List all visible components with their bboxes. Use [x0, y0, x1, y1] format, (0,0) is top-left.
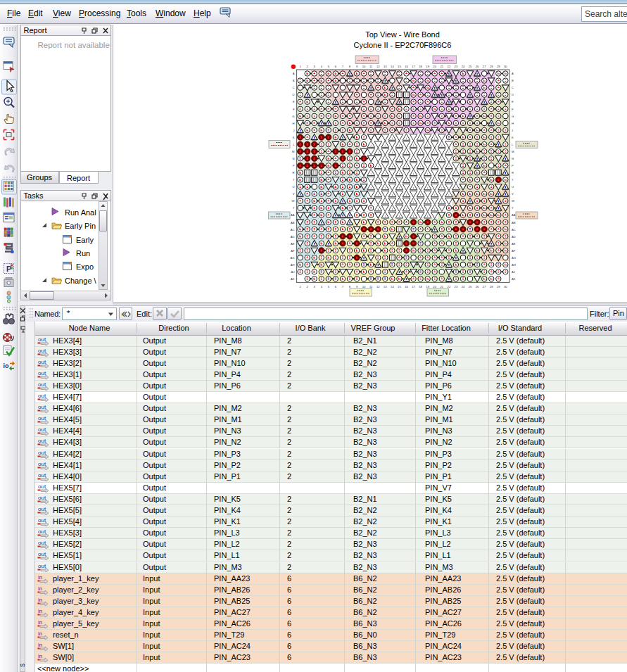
svg-text:in: in — [38, 630, 42, 637]
svg-text:V: V — [293, 192, 295, 196]
svg-text:out: out — [38, 370, 46, 376]
svg-text:25: 25 — [469, 285, 472, 289]
svg-text:AK: AK — [291, 277, 295, 281]
svg-text:30: 30 — [504, 285, 507, 289]
svg-text:out: out — [38, 517, 46, 524]
svg-text:AB: AB — [512, 221, 516, 224]
svg-text:AF: AF — [291, 249, 295, 253]
svg-text:16: 16 — [405, 65, 408, 68]
svg-text:1: 1 — [299, 65, 301, 68]
svg-text:4: 4 — [321, 285, 323, 289]
svg-text:out: out — [38, 506, 46, 512]
svg-text:3: 3 — [314, 65, 316, 68]
svg-text:18: 18 — [419, 285, 422, 289]
svg-text:12: 12 — [376, 285, 380, 289]
svg-text:P: P — [512, 164, 514, 167]
svg-text:C: C — [512, 86, 514, 89]
svg-text:H: H — [512, 122, 514, 125]
svg-text:27: 27 — [483, 65, 486, 68]
svg-text:AH: AH — [291, 263, 295, 267]
svg-text:M: M — [292, 150, 295, 153]
svg-text:6: 6 — [335, 65, 337, 68]
svg-text:26: 26 — [476, 65, 479, 68]
svg-text:18: 18 — [419, 65, 422, 68]
svg-text:9: 9 — [356, 285, 358, 289]
svg-text:11: 11 — [369, 285, 373, 289]
svg-text:2: 2 — [307, 285, 309, 289]
svg-text:1: 1 — [299, 285, 301, 289]
svg-text:12: 12 — [376, 65, 380, 68]
svg-text:E: E — [512, 100, 514, 103]
svg-text:A: A — [293, 72, 295, 75]
svg-text:F: F — [293, 108, 295, 111]
svg-text:out: out — [38, 426, 46, 433]
svg-text:out: out — [38, 348, 46, 354]
svg-text:G: G — [512, 115, 514, 118]
svg-text:AC: AC — [291, 228, 295, 232]
svg-text:5: 5 — [328, 285, 330, 289]
svg-text:H: H — [292, 122, 294, 125]
svg-text:io: io — [4, 362, 10, 369]
svg-text:out: out — [38, 483, 46, 490]
svg-text:15: 15 — [398, 285, 401, 289]
svg-text:L: L — [512, 143, 514, 146]
svg-text:9: 9 — [356, 65, 358, 68]
svg-text:AD: AD — [512, 235, 516, 239]
svg-text:2: 2 — [307, 65, 309, 68]
svg-text:P: P — [293, 164, 295, 167]
svg-text:AG: AG — [290, 256, 294, 260]
svg-text:7: 7 — [342, 285, 344, 289]
svg-text:C: C — [292, 86, 294, 89]
svg-text:AE: AE — [512, 242, 516, 246]
svg-text:R: R — [512, 171, 514, 175]
svg-text:L: L — [293, 143, 295, 146]
svg-text:N: N — [292, 157, 294, 160]
svg-text:out: out — [38, 461, 46, 467]
svg-text:7: 7 — [342, 65, 344, 68]
svg-text:out: out — [38, 551, 46, 557]
svg-text:Y: Y — [293, 206, 295, 210]
svg-text:W: W — [512, 199, 514, 203]
svg-text:out: out — [38, 563, 46, 569]
svg-text:AH: AH — [512, 263, 516, 267]
svg-text:8: 8 — [349, 65, 351, 68]
svg-text:AD: AD — [291, 235, 295, 239]
svg-text:8: 8 — [349, 285, 351, 289]
svg-text:K: K — [293, 136, 295, 139]
svg-text:13: 13 — [384, 65, 387, 68]
svg-text:J: J — [512, 129, 513, 132]
svg-text:A: A — [512, 72, 514, 75]
svg-text:16: 16 — [405, 285, 408, 289]
svg-text:in: in — [38, 597, 42, 603]
svg-text:11: 11 — [369, 65, 373, 68]
svg-text:Cyclone II - EP2C70F896C6: Cyclone II - EP2C70F896C6 — [354, 41, 452, 49]
svg-text:AA: AA — [512, 213, 516, 217]
svg-text:AJ: AJ — [512, 270, 515, 274]
svg-text:U: U — [512, 185, 514, 189]
svg-text:20: 20 — [433, 65, 436, 68]
svg-text:6: 6 — [335, 285, 337, 289]
svg-text:29: 29 — [497, 285, 500, 289]
svg-text:22: 22 — [448, 285, 451, 289]
svg-text:out: out — [38, 438, 46, 444]
svg-text:out: out — [38, 540, 46, 546]
svg-text:22: 22 — [448, 65, 451, 68]
svg-text:27: 27 — [483, 285, 486, 289]
svg-text:out: out — [38, 404, 46, 410]
svg-text:17: 17 — [412, 65, 415, 68]
svg-text:out: out — [38, 472, 46, 478]
svg-text:F: F — [512, 108, 514, 111]
svg-text:28: 28 — [490, 285, 493, 289]
svg-text:out: out — [38, 359, 46, 365]
svg-text:10: 10 — [362, 285, 366, 289]
svg-text:5: 5 — [328, 65, 330, 68]
svg-text:in: in — [38, 608, 42, 614]
svg-text:19: 19 — [426, 65, 429, 68]
svg-text:AK: AK — [512, 277, 516, 281]
svg-text:D: D — [512, 93, 514, 96]
svg-text:4: 4 — [321, 65, 323, 68]
svg-text:T: T — [293, 178, 295, 182]
svg-text:J: J — [293, 129, 294, 132]
svg-text:M: M — [512, 150, 514, 153]
svg-text:in: in — [38, 574, 42, 581]
